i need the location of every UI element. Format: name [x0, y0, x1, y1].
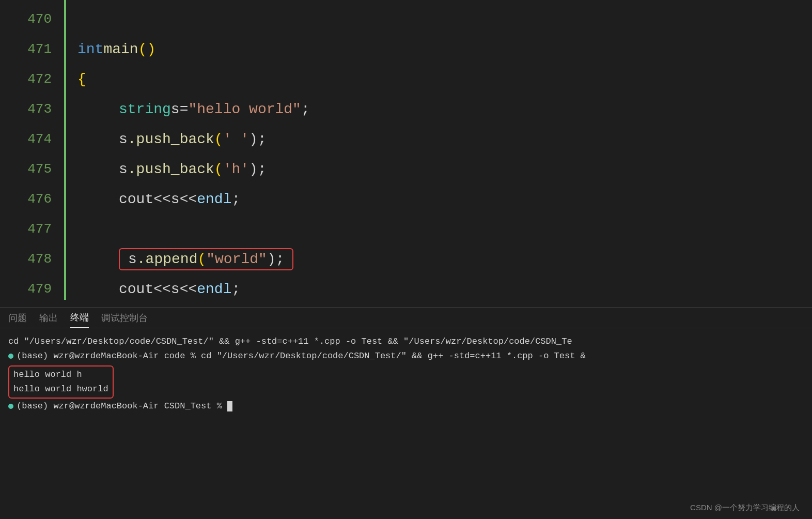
terminal-content[interactable]: cd "/Users/wzr/Desktop/code/CSDN_Test/" …	[0, 328, 812, 519]
terminal-output-line-0: hello world h	[13, 368, 108, 382]
terminal-dot-last	[8, 404, 13, 409]
line-number-472: 472	[0, 71, 62, 87]
code-line-478: 478s.append("world");	[0, 244, 812, 274]
line-number-477: 477	[0, 221, 62, 237]
line-number-479: 479	[0, 281, 62, 297]
panel-tab-调试控制台[interactable]: 调试控制台	[101, 308, 148, 328]
watermark: CSDN @一个努力学习编程的人	[690, 503, 800, 513]
line-number-473: 473	[0, 101, 62, 117]
line-content-476: cout << s << endl;	[62, 191, 812, 207]
line-content-478: s.append("world");	[62, 248, 812, 270]
code-line-470: 470	[0, 4, 812, 34]
line-content-471: int main()	[62, 41, 812, 57]
code-line-477: 477	[0, 214, 812, 244]
terminal-line-4: (base) wzr@wzrdeMacBook-Air CSDN_Test %	[8, 399, 804, 414]
line-number-478: 478	[0, 251, 62, 267]
code-line-475: 475s.push_back('h');	[0, 154, 812, 184]
terminal-line-1: (base) wzr@wzrdeMacBook-Air code % cd "/…	[8, 349, 804, 363]
output-highlighted-box: hello world hhello world hworld	[8, 365, 114, 399]
line-content-475: s.push_back('h');	[62, 161, 812, 177]
code-line-476: 476cout << s << endl;	[0, 184, 812, 214]
code-line-471: 471int main()	[0, 34, 812, 64]
highlighted-code-box: s.append("world");	[119, 248, 293, 270]
code-line-472: 472{	[0, 64, 812, 94]
line-content-472: {	[62, 71, 812, 87]
panel-tabs: 问题输出终端调试控制台	[0, 308, 812, 328]
panel-tab-问题[interactable]: 问题	[8, 308, 27, 328]
line-content-479: cout << s << endl;	[62, 281, 812, 297]
panel-tab-终端[interactable]: 终端	[70, 308, 89, 328]
terminal-cursor	[227, 401, 232, 411]
terminal-line-0: cd "/Users/wzr/Desktop/code/CSDN_Test/" …	[8, 334, 804, 349]
bottom-panel: 问题输出终端调试控制台 cd "/Users/wzr/Desktop/code/…	[0, 307, 812, 519]
line-number-475: 475	[0, 161, 62, 177]
terminal-output-line-1: hello world hworld	[13, 382, 108, 396]
line-content-473: string s = "hello world";	[62, 101, 812, 117]
terminal-dot	[8, 354, 13, 359]
code-line-473: 473string s = "hello world";	[0, 94, 812, 124]
code-editor: 470471int main()472{473string s = "hello…	[0, 0, 812, 300]
line-number-470: 470	[0, 11, 62, 27]
line-number-474: 474	[0, 131, 62, 147]
code-line-474: 474s.push_back(' ');	[0, 124, 812, 154]
line-content-474: s.push_back(' ');	[62, 131, 812, 147]
code-line-479: 479cout << s << endl;	[0, 274, 812, 304]
panel-tab-输出[interactable]: 输出	[39, 308, 58, 328]
line-number-476: 476	[0, 191, 62, 207]
line-number-471: 471	[0, 41, 62, 57]
